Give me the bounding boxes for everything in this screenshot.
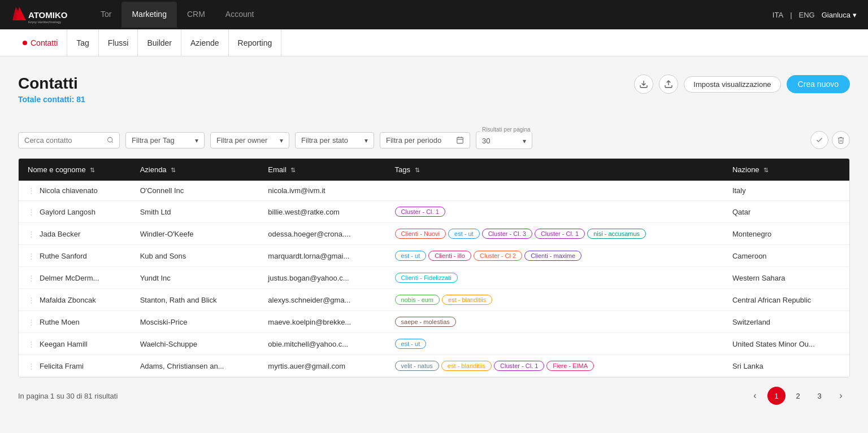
cell-nazione: Montenegro	[723, 223, 849, 245]
results-value: 30	[482, 137, 490, 145]
table-row: ⋮Jada BeckerWindler-O'Keefeodessa.hoeger…	[19, 223, 849, 245]
filter-tag-select[interactable]: Filtra per Tag	[125, 132, 205, 148]
drag-handle-icon[interactable]: ⋮	[28, 340, 35, 348]
cell-nome: ⋮Mafalda Zboncak	[19, 289, 131, 311]
drag-handle-icon[interactable]: ⋮	[28, 186, 35, 195]
search-input[interactable]	[24, 136, 103, 145]
search-box[interactable]	[18, 132, 120, 148]
tag-pill[interactable]: Cluster - Cl. 3	[482, 229, 532, 239]
tag-pill[interactable]: est - ut	[448, 229, 480, 239]
sub-nav-aziende[interactable]: Aziende	[181, 29, 229, 56]
sub-nav-flussi[interactable]: Flussi	[99, 29, 138, 56]
action-icons	[810, 131, 850, 149]
tag-pill[interactable]: Cluster - Cl. 1	[535, 229, 585, 239]
pagination-page-3[interactable]: 3	[810, 387, 828, 405]
pagination-page-1[interactable]: 1	[767, 387, 785, 405]
top-nav-left: ATOMIKO Enjoy Hortitechnology Tor Market…	[11, 2, 264, 28]
nome-value: Nicola chiavenato	[40, 186, 98, 195]
cell-tags: Clienti - Nuoviest - utCluster - Cl. 3Cl…	[386, 223, 723, 245]
delete-action-button[interactable]	[832, 131, 850, 149]
th-azienda[interactable]: Azienda ⇅	[131, 159, 259, 181]
top-nav-tab-tor[interactable]: Tor	[90, 2, 121, 28]
tag-pill[interactable]: Clienti - illo	[428, 251, 471, 261]
upload-icon-btn[interactable]	[659, 75, 678, 94]
tag-pill[interactable]: Cluster - Cl. 1	[494, 361, 544, 371]
tag-pill[interactable]: Fiere - EIMA	[546, 361, 594, 371]
tag-pill[interactable]: est - ut	[395, 339, 427, 349]
drag-handle-icon[interactable]: ⋮	[28, 296, 35, 304]
tag-pill[interactable]: Clienti - Fidelizzati	[395, 273, 458, 283]
th-nome[interactable]: Nome e cognome ⇅	[19, 159, 131, 181]
filter-stato-select[interactable]: Filtra per stato	[295, 132, 374, 148]
sort-nazione-icon: ⇅	[763, 167, 769, 173]
filter-owner-select[interactable]: Filtra per owner	[210, 132, 289, 148]
cell-email: maeve.koelpin@brekke...	[259, 311, 385, 333]
page-title: Contatti	[18, 75, 85, 93]
tag-pill[interactable]: Cluster - Cl. 1	[395, 207, 445, 217]
nome-value: Delmer McDerm...	[40, 274, 99, 282]
cell-email: marquardt.lorna@gmai...	[259, 245, 385, 267]
user-name: Gianluca	[822, 11, 850, 19]
sub-nav-label-tag: Tag	[76, 38, 89, 47]
tag-pill[interactable]: Cluster - Cl 2	[474, 251, 522, 261]
th-tags[interactable]: Tags ⇅	[386, 159, 723, 181]
tag-pill[interactable]: est - blanditiis	[441, 361, 492, 371]
crea-nuovo-button[interactable]: Crea nuovo	[787, 75, 850, 93]
tag-pill[interactable]: Clienti - Nuovi	[395, 229, 446, 239]
filter-tag-label: Filtra per Tag	[132, 136, 175, 145]
pagination-prev[interactable]: ‹	[746, 387, 764, 405]
th-nazione[interactable]: Nazione ⇅	[723, 159, 849, 181]
cell-azienda: O'Connell Inc	[131, 181, 259, 201]
sub-nav-builder[interactable]: Builder	[138, 29, 181, 56]
tag-pill[interactable]: est - ut	[395, 251, 427, 261]
drag-handle-icon[interactable]: ⋮	[28, 252, 35, 260]
sub-nav-reporting[interactable]: Reporting	[229, 29, 282, 56]
pagination-page-2[interactable]: 2	[789, 387, 807, 405]
lang-eng[interactable]: ENG	[799, 11, 815, 19]
filter-owner-chevron-icon	[280, 136, 283, 145]
nome-value: Jada Becker	[40, 230, 80, 238]
drag-handle-icon[interactable]: ⋮	[28, 208, 35, 216]
top-nav-tab-marketing[interactable]: Marketing	[121, 2, 176, 28]
check-action-button[interactable]	[810, 131, 828, 149]
user-menu[interactable]: Gianluca ▾	[822, 11, 857, 19]
svg-text:ATOMIKO: ATOMIKO	[28, 10, 68, 20]
tag-pill[interactable]: Clienti - maxime	[524, 251, 581, 261]
sub-nav-contatti[interactable]: Contatti	[14, 29, 67, 56]
cell-tags: Cluster - Cl. 1	[386, 201, 723, 223]
cell-email: alexys.schneider@gma...	[259, 289, 385, 311]
filter-stato-label: Filtra per stato	[301, 136, 348, 145]
imposta-visualizzazione-button[interactable]: Imposta visualizzazione	[684, 76, 780, 93]
logo: ATOMIKO Enjoy Hortitechnology	[11, 5, 79, 25]
table-row: ⋮Mafalda ZboncakStanton, Rath and Blicka…	[19, 289, 849, 311]
sub-nav-label-builder: Builder	[147, 38, 172, 47]
filter-owner-label: Filtra per owner	[216, 136, 267, 145]
top-nav-tab-account[interactable]: Account	[215, 2, 264, 28]
svg-text:Enjoy Hortitechnology: Enjoy Hortitechnology	[28, 20, 61, 24]
tag-pill[interactable]: est - blanditiis	[442, 295, 492, 305]
filter-periodo-select[interactable]: Filtra per periodo	[380, 132, 470, 148]
tag-pill[interactable]: nisi - accusamus	[587, 229, 646, 239]
lang-ita[interactable]: ITA	[772, 11, 783, 19]
download-icon-btn[interactable]	[634, 75, 653, 94]
nome-value: Ruthe Sanford	[40, 252, 87, 260]
cell-azienda: Stanton, Rath and Blick	[131, 289, 259, 311]
drag-handle-icon[interactable]: ⋮	[28, 274, 35, 282]
drag-handle-icon[interactable]: ⋮	[28, 230, 35, 238]
user-chevron-icon: ▾	[853, 11, 857, 19]
cell-azienda: Waelchi-Schuppe	[131, 333, 259, 355]
sub-nav-tag[interactable]: Tag	[67, 29, 99, 56]
cell-tags: Clienti - Fidelizzati	[386, 267, 723, 289]
sort-nome-icon: ⇅	[90, 167, 95, 173]
th-email[interactable]: Email ⇅	[259, 159, 385, 181]
active-dot	[23, 41, 27, 45]
drag-handle-icon[interactable]: ⋮	[28, 362, 35, 370]
results-per-page-select[interactable]: 30	[476, 132, 532, 149]
tag-pill[interactable]: velit - natus	[395, 361, 439, 371]
pagination-next[interactable]: ›	[832, 387, 850, 405]
tag-pill[interactable]: saepe - molestias	[395, 317, 456, 327]
drag-handle-icon[interactable]: ⋮	[28, 318, 35, 326]
tag-pill[interactable]: nobis - eum	[395, 295, 440, 305]
top-nav-tab-crm[interactable]: CRM	[177, 2, 215, 28]
cell-email: odessa.hoeger@crona....	[259, 223, 385, 245]
